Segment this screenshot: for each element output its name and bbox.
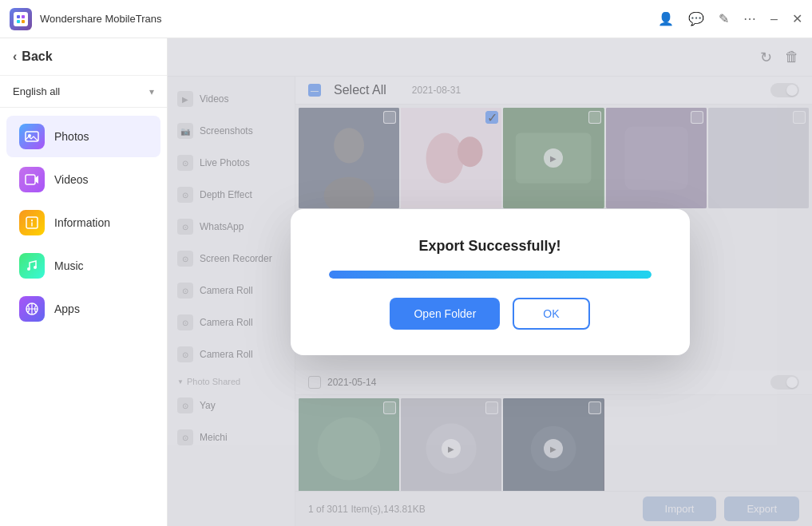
modal-buttons: Open Folder OK (390, 298, 589, 330)
videos-icon (19, 167, 45, 192)
export-success-modal: Export Successfully! Open Folder OK (291, 209, 690, 355)
progress-bar (329, 271, 652, 279)
menu-icon[interactable]: ⋯ (743, 11, 756, 26)
open-folder-button[interactable]: Open Folder (390, 298, 500, 330)
nav-items: Photos Videos Information Music (0, 108, 167, 338)
nav-videos-label: Videos (54, 173, 89, 186)
modal-title: Export Successfully! (418, 238, 560, 255)
app-logo (10, 8, 32, 30)
svg-rect-0 (17, 15, 20, 18)
device-selector-text: English all (13, 85, 60, 97)
chat-icon[interactable]: 💬 (688, 11, 704, 26)
nav-item-information[interactable]: Information (6, 202, 160, 243)
nav-photos-label: Photos (54, 130, 89, 143)
music-icon (19, 253, 45, 279)
svg-point-11 (34, 266, 37, 269)
svg-rect-2 (17, 20, 20, 23)
chevron-down-icon: ▾ (149, 86, 154, 97)
back-arrow-icon: ‹ (13, 49, 17, 64)
main-content: ‹ Back English all ▾ Photos Videos (0, 38, 812, 526)
nav-item-videos[interactable]: Videos (6, 159, 160, 200)
sidebar: ‹ Back English all ▾ Photos Videos (0, 38, 168, 526)
progress-fill (329, 271, 652, 279)
window-controls: 👤 💬 ✎ ⋯ – ✕ (658, 11, 802, 26)
back-label: Back (22, 49, 52, 64)
device-selector[interactable]: English all ▾ (0, 76, 167, 108)
photos-icon (19, 124, 45, 149)
edit-icon[interactable]: ✎ (719, 11, 729, 26)
user-icon[interactable]: 👤 (658, 11, 674, 26)
svg-point-10 (27, 267, 30, 271)
minimize-icon[interactable]: – (770, 12, 778, 26)
nav-information-label: Information (54, 216, 110, 229)
modal-overlay: Export Successfully! Open Folder OK (168, 38, 812, 526)
logo-inner (14, 12, 28, 26)
ok-button[interactable]: OK (513, 298, 589, 330)
information-icon (19, 210, 45, 235)
nav-apps-label: Apps (54, 303, 80, 315)
right-panel: ↻ 🗑 ▶ Videos 📷 Screenshots ⊙ Live Photos (168, 38, 812, 526)
nav-music-label: Music (54, 259, 84, 272)
nav-item-music[interactable]: Music (6, 245, 160, 287)
close-icon[interactable]: ✕ (792, 11, 802, 26)
apps-icon (19, 296, 45, 322)
nav-item-photos[interactable]: Photos (6, 116, 160, 157)
svg-rect-3 (22, 20, 25, 23)
back-button[interactable]: ‹ Back (0, 38, 167, 76)
nav-item-apps[interactable]: Apps (6, 288, 160, 330)
svg-rect-1 (22, 15, 25, 18)
app-title: Wondershare MobileTrans (40, 13, 658, 25)
svg-rect-6 (26, 175, 35, 184)
title-bar: Wondershare MobileTrans 👤 💬 ✎ ⋯ – ✕ (0, 0, 812, 38)
